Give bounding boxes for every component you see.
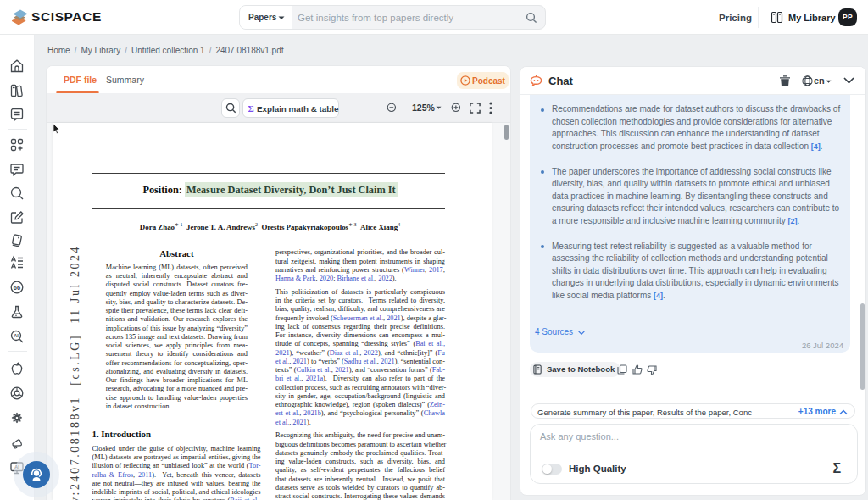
svg-text:66: 66 <box>14 284 20 292</box>
svg-text:AI: AI <box>14 333 19 338</box>
